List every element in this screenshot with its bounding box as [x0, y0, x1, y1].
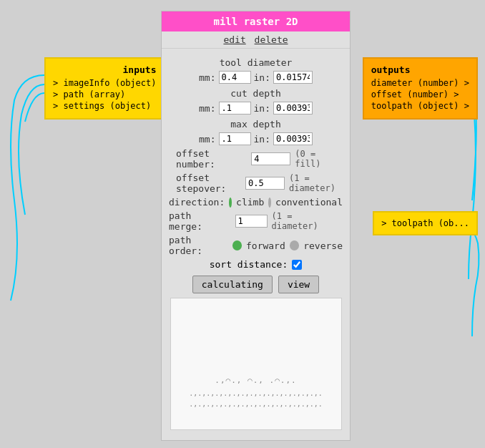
cut-depth-mm-label: mm:	[199, 103, 215, 114]
button-row: calculating view	[169, 276, 343, 293]
panel-content: tool diameter mm: in: cut depth mm: in: …	[162, 49, 350, 440]
sort-distance-row: sort distance:	[169, 259, 343, 270]
tool-diameter-in-label: in:	[254, 72, 270, 83]
offset-number-hint: (0 = fill)	[295, 149, 343, 169]
delete-link[interactable]: delete	[255, 34, 288, 45]
cut-depth-in-input[interactable]	[273, 102, 313, 115]
offset-stepover-input[interactable]	[245, 177, 285, 190]
cut-depth-mm-input[interactable]	[219, 102, 251, 115]
offset-number-label: offset number:	[176, 148, 248, 170]
tool-diameter-in-input[interactable]	[273, 71, 313, 84]
outputs-box: outputs diameter (number) > offset (numb…	[363, 57, 478, 120]
preview-line1: .,⌒., ⌒., .⌒.,.	[177, 376, 335, 385]
node-title: mill raster 2D	[162, 11, 350, 31]
inputs-box: inputs > imageInfo (object) > path (arra…	[44, 57, 165, 120]
cut-depth-in-label: in:	[254, 103, 270, 114]
offset-number-input[interactable]	[251, 152, 290, 165]
offset-stepover-row: offset stepover: (1 = diameter)	[169, 172, 343, 194]
cut-depth-row: mm: in:	[169, 102, 343, 115]
tool-diameter-mm-label: mm:	[199, 72, 215, 83]
toolpath-output-box: > toolpath (ob...	[373, 211, 478, 235]
toolpath-output-item: > toolpath (ob...	[381, 218, 469, 228]
output-item-toolpath: toolpath (object) >	[371, 101, 469, 111]
path-order-label: path order:	[169, 235, 228, 256]
sort-distance-label: sort distance:	[210, 259, 288, 270]
forward-label: forward	[246, 240, 285, 251]
input-item-imageinfo: > imageInfo (object)	[53, 78, 157, 88]
direction-row: direction: climb conventional	[169, 197, 343, 208]
max-depth-mm-input[interactable]	[219, 132, 251, 145]
reverse-label: reverse	[303, 240, 343, 251]
preview-content: .,⌒., ⌒., .⌒.,. .,.,.,.,.,.,.,.,.,.,.,.,…	[171, 376, 341, 408]
inputs-title: inputs	[53, 64, 157, 75]
view-button[interactable]: view	[278, 276, 319, 293]
offset-number-row: offset number: (0 = fill)	[169, 148, 343, 170]
max-depth-in-label: in:	[254, 134, 270, 145]
input-item-path: > path (array)	[53, 89, 157, 99]
tool-diameter-mm-input[interactable]	[219, 71, 251, 84]
climb-label: climb	[236, 197, 264, 208]
edit-bar: edit delete	[162, 31, 350, 49]
max-depth-row: mm: in:	[169, 132, 343, 145]
direction-label: direction:	[169, 197, 225, 208]
output-item-diameter: diameter (number) >	[371, 78, 469, 88]
climb-toggle[interactable]	[229, 198, 232, 208]
path-order-row: path order: forward reverse	[169, 235, 343, 256]
tool-diameter-title: tool diameter	[169, 57, 343, 68]
tool-diameter-row: mm: in:	[169, 71, 343, 84]
preview-line3: .,.,.,.,.,.,.,.,.,.,.,.,.,.,.,.	[177, 400, 335, 408]
path-merge-hint: (1 = diameter)	[272, 211, 343, 231]
path-merge-row: path merge: (1 = diameter)	[169, 210, 343, 232]
sort-distance-checkbox[interactable]	[292, 260, 302, 270]
path-merge-label: path merge:	[169, 210, 230, 232]
reverse-toggle[interactable]	[290, 240, 299, 250]
conventional-toggle[interactable]	[268, 198, 271, 208]
max-depth-title: max depth	[169, 119, 343, 130]
calculating-button[interactable]: calculating	[192, 276, 273, 293]
preview-line2: .,.,.,.,.,.,.,.,.,.,.,.,.,.,.,.	[177, 389, 335, 397]
outputs-title: outputs	[371, 64, 469, 75]
offset-stepover-label: offset stepover:	[176, 172, 242, 194]
edit-link[interactable]: edit	[223, 34, 245, 45]
cut-depth-title: cut depth	[169, 88, 343, 99]
input-item-settings: > settings (object)	[53, 101, 157, 111]
max-depth-in-input[interactable]	[273, 132, 313, 145]
output-item-offset: offset (number) >	[371, 89, 469, 99]
forward-toggle[interactable]	[232, 240, 242, 250]
conventional-label: conventional	[275, 197, 343, 208]
preview-area: .,⌒., ⌒., .⌒.,. .,.,.,.,.,.,.,.,.,.,.,.,…	[170, 298, 342, 430]
max-depth-mm-label: mm:	[199, 134, 215, 145]
path-merge-input[interactable]	[235, 215, 268, 228]
offset-stepover-hint: (1 = diameter)	[289, 173, 343, 193]
main-panel: mill raster 2D edit delete tool diameter…	[161, 11, 351, 441]
